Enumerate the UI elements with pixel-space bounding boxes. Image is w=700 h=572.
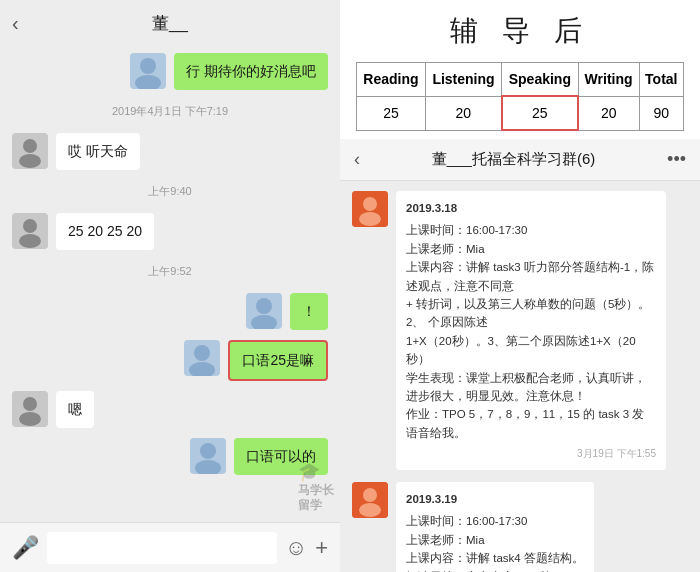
group-bubble: 2019.3.18 上课时间：16:00-17:30 上课老师：Mia 上课内容… — [396, 191, 666, 470]
svg-point-14 — [19, 412, 41, 426]
timestamp: 上午9:40 — [12, 184, 328, 199]
contact-name: 董__ — [152, 12, 188, 35]
message-row: 行 期待你的好消息吧 — [12, 53, 328, 90]
message-text: ！ — [302, 303, 316, 319]
col-header-speaking: Speaking — [502, 63, 578, 97]
avatar — [12, 133, 48, 169]
timestamp: 2019年4月1日 下午7:19 — [12, 104, 328, 119]
svg-point-19 — [359, 212, 381, 226]
avatar — [130, 53, 166, 89]
group-msg-date: 2019.3.19 — [406, 490, 584, 508]
svg-point-21 — [363, 488, 377, 502]
message-text: 嗯 — [68, 401, 82, 417]
score-speaking: 25 — [502, 96, 578, 130]
bubble-received: 25 20 25 20 — [56, 213, 154, 250]
watermark-logo: 🎓 — [298, 462, 334, 484]
wechat-panel: ‹ 董__ 行 期待你的好消息吧 2019年4月1日 下午7:19 哎 听天命 … — [0, 0, 340, 572]
message-row: 口语25是嘛 — [12, 340, 328, 381]
svg-point-1 — [135, 75, 161, 89]
group-avatar — [352, 482, 388, 518]
emoji-icon[interactable]: ☺ — [285, 535, 307, 561]
bubble-received: 哎 听天命 — [56, 133, 140, 170]
message-row: ！ — [12, 293, 328, 330]
back-arrow-icon[interactable]: ‹ — [12, 12, 19, 35]
chat-group-back-icon[interactable]: ‹ — [354, 149, 360, 170]
message-text: 行 期待你的好消息吧 — [186, 63, 316, 79]
avatar — [246, 293, 282, 329]
group-msg-divider: 3月19日 下午1:55 — [406, 446, 656, 462]
message-row: 哎 听天命 — [12, 133, 328, 170]
score-total: 90 — [639, 96, 683, 130]
svg-point-10 — [194, 345, 210, 361]
bubble-received: 嗯 — [56, 391, 94, 428]
svg-point-0 — [140, 58, 156, 74]
score-reading: 25 — [357, 96, 426, 130]
watermark: 🎓 马学长 留学 — [298, 462, 334, 512]
svg-point-13 — [23, 397, 37, 411]
svg-point-6 — [23, 219, 37, 233]
svg-point-3 — [23, 139, 37, 153]
chat-group: ‹ 董___托福全科学习群(6) ••• 2019.3.18 上课时间：16:0… — [340, 139, 700, 572]
score-writing: 20 — [578, 96, 639, 130]
wechat-messages: 行 期待你的好消息吧 2019年4月1日 下午7:19 哎 听天命 上午9:40 — [0, 43, 340, 522]
col-header-listening: Listening — [425, 63, 501, 97]
message-input[interactable] — [47, 532, 277, 564]
chat-group-header: ‹ 董___托福全科学习群(6) ••• — [340, 139, 700, 181]
avatar — [190, 438, 226, 474]
watermark-sub: 留学 — [298, 498, 334, 512]
group-msg-content: 上课时间：16:00-17:30 上课老师：Mia 上课内容：讲解 task3 … — [406, 221, 656, 442]
message-row: 嗯 — [12, 391, 328, 428]
col-header-writing: Writing — [578, 63, 639, 97]
svg-point-4 — [19, 154, 41, 168]
chat-group-title: 董___托福全科学习群(6) — [432, 150, 595, 169]
group-msg-content: 上课时间：16:00-17:30 上课老师：Mia 上课内容：讲解 task4 … — [406, 512, 584, 572]
svg-point-9 — [251, 315, 277, 329]
message-text: 哎 听天命 — [68, 143, 128, 159]
watermark-text: 马学长 — [298, 483, 334, 497]
right-panel: 辅 导 后 Reading Listening Speaking Writing… — [340, 0, 700, 572]
chat-group-more-icon[interactable]: ••• — [667, 149, 686, 170]
group-message: 2019.3.18 上课时间：16:00-17:30 上课老师：Mia 上课内容… — [352, 191, 688, 470]
plus-icon[interactable]: + — [315, 535, 328, 561]
wechat-footer: 🎤 ☺ + — [0, 522, 340, 572]
bubble-sent: 行 期待你的好消息吧 — [174, 53, 328, 90]
message-row: 25 20 25 20 — [12, 213, 328, 250]
message-row: 口语可以的 — [12, 438, 328, 475]
score-table: Reading Listening Speaking Writing Total… — [356, 62, 684, 131]
avatar — [12, 391, 48, 427]
message-text: 口语25是嘛 — [242, 352, 314, 368]
voice-icon[interactable]: 🎤 — [12, 535, 39, 561]
svg-point-18 — [363, 197, 377, 211]
message-text: 25 20 25 20 — [68, 223, 142, 239]
group-bubble: 2019.3.19 上课时间：16:00-17:30 上课老师：Mia 上课内容… — [396, 482, 594, 572]
avatar — [12, 213, 48, 249]
svg-point-8 — [256, 298, 272, 314]
timestamp: 上午9:52 — [12, 264, 328, 279]
svg-point-22 — [359, 503, 381, 517]
svg-point-7 — [19, 234, 41, 248]
col-header-total: Total — [639, 63, 683, 97]
score-title: 辅 导 后 — [356, 12, 684, 50]
avatar — [184, 340, 220, 376]
bubble-sent: ！ — [290, 293, 328, 330]
svg-point-16 — [195, 460, 221, 474]
group-avatar — [352, 191, 388, 227]
svg-point-15 — [200, 443, 216, 459]
chat-group-messages: 2019.3.18 上课时间：16:00-17:30 上课老师：Mia 上课内容… — [340, 181, 700, 572]
svg-point-11 — [189, 362, 215, 376]
score-listening: 20 — [425, 96, 501, 130]
bubble-highlighted: 口语25是嘛 — [228, 340, 328, 381]
score-section: 辅 导 后 Reading Listening Speaking Writing… — [340, 0, 700, 139]
wechat-header: ‹ 董__ — [0, 0, 340, 43]
group-message: 2019.3.19 上课时间：16:00-17:30 上课老师：Mia 上课内容… — [352, 482, 688, 572]
group-msg-date: 2019.3.18 — [406, 199, 656, 217]
col-header-reading: Reading — [357, 63, 426, 97]
